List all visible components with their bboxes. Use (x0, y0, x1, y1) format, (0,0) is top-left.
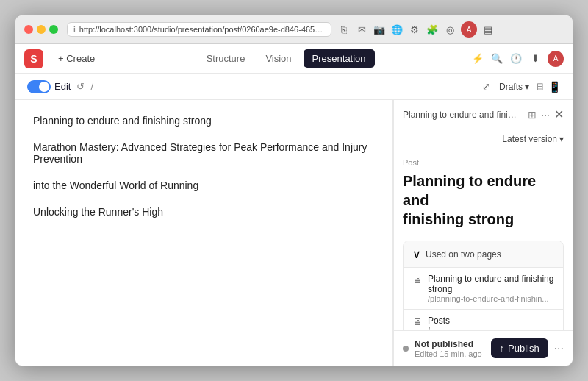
user-avatar-toolbar[interactable]: A (548, 51, 564, 67)
tab-vision[interactable]: Vision (257, 49, 300, 68)
close-panel-icon[interactable]: ✕ (554, 107, 564, 121)
create-button[interactable]: + Create (52, 50, 101, 67)
version-button[interactable]: Latest version ▾ (502, 134, 564, 144)
user-avatar[interactable]: A (461, 21, 477, 38)
mail-icon[interactable]: ✉ (355, 23, 368, 36)
used-on-header[interactable]: ∨ Used on two pages (404, 241, 563, 268)
browser-actions: ⎘ ✉ 📷 🌐 ⚙ 🧩 ◎ A ▤ (337, 21, 495, 38)
editor-area: Planning to endure and finishing strong … (15, 100, 393, 366)
used-on-item-name-2: Posts (428, 316, 450, 326)
globe-icon[interactable]: 🌐 (390, 23, 404, 36)
edit-toggle[interactable] (27, 80, 51, 93)
used-on-label: Used on two pages (426, 249, 501, 260)
sidebar-icon[interactable]: ▤ (481, 23, 495, 36)
address-bar[interactable]: i http://localhost:3000/studio/presentat… (67, 22, 331, 37)
refresh-icon[interactable]: ↺ (76, 81, 85, 92)
used-on-chevron: ∨ (412, 247, 421, 261)
settings-icon[interactable]: ⚙ (408, 23, 421, 36)
drafts-button[interactable]: Drafts ▾ (499, 82, 529, 92)
post-heading: Planning to endure and finishing strong (403, 171, 564, 229)
panel-footer: Not published Edited 15 min. ago ↑ Publi… (394, 330, 573, 366)
drafts-chevron: ▾ (525, 82, 529, 92)
minimize-window-button[interactable] (37, 25, 46, 34)
publish-label: Publish (508, 343, 539, 354)
publish-status-info: Not published Edited 15 min. ago (415, 339, 485, 358)
desktop-icon[interactable]: 🖥 (535, 81, 545, 93)
browser-chrome: i http://localhost:3000/studio/presentat… (15, 15, 573, 44)
maximize-window-button[interactable] (49, 25, 58, 34)
used-on-item-name-1: Planning to endure and finishing strong (428, 274, 554, 294)
monitor-icon-1: 🖥 (412, 274, 422, 285)
edited-label: Edited 15 min. ago (415, 349, 485, 358)
tab-structure[interactable]: Structure (198, 49, 254, 68)
profile-icon[interactable]: ◎ (443, 23, 456, 36)
create-label: + Create (58, 53, 95, 64)
download-icon[interactable]: ⬇ (528, 52, 542, 65)
status-dot (403, 346, 409, 352)
version-chevron: ▾ (559, 134, 564, 144)
url-text: http://localhost:3000/studio/presentatio… (79, 25, 325, 34)
panel-header: Planning to endure and finishi... ⊞ ··· … (394, 100, 573, 129)
monitor-icon-2: 🖥 (412, 316, 422, 327)
post-runner[interactable]: Unlocking the Runner's High (33, 206, 375, 218)
drafts-label: Drafts (499, 82, 523, 92)
info-icon: i (74, 26, 76, 34)
clock-icon[interactable]: 🕐 (509, 52, 523, 65)
used-on-item-content-2: Posts / (428, 316, 450, 330)
used-on-item-1[interactable]: 🖥 Planning to endure and finishing stron… (404, 268, 563, 310)
external-link-icon[interactable]: ⤢ (480, 80, 493, 93)
used-on-section: ∨ Used on two pages 🖥 Planning to endure… (403, 241, 564, 330)
right-panel: Planning to endure and finishi... ⊞ ··· … (393, 100, 573, 366)
publish-button[interactable]: ↑ Publish (491, 338, 548, 358)
app-toolbar: S + Create Structure Vision Presentation… (15, 44, 573, 74)
panel-header-icons: ⊞ ··· ✕ (528, 107, 564, 121)
post-title[interactable]: Planning to endure and finishing strong (33, 115, 375, 127)
version-bar: Latest version ▾ (394, 129, 573, 149)
lightning-icon[interactable]: ⚡ (471, 52, 484, 65)
post-heading-line1: Planning to endure and (403, 173, 536, 208)
version-label: Latest version (502, 134, 557, 144)
nav-tabs: Structure Vision Presentation (110, 49, 462, 68)
used-on-item-path-1: /planning-to-endure-and-finishin... (428, 294, 554, 303)
device-icons: 🖥 📱 (535, 81, 561, 93)
upload-icon: ↑ (500, 343, 505, 354)
share-icon[interactable]: ⎘ (337, 23, 351, 36)
logo-badge: S (24, 49, 43, 68)
edit-label: Edit (54, 81, 71, 92)
main-content: Planning to endure and finishing strong … (15, 100, 573, 366)
post-heading-line2: finishing strong (403, 211, 514, 227)
toggle-edit: Edit (27, 80, 71, 93)
search-icon[interactable]: 🔍 (490, 52, 503, 65)
traffic-lights (24, 25, 58, 34)
used-on-item-2[interactable]: 🖥 Posts / (404, 310, 563, 330)
app-window: i http://localhost:3000/studio/presentat… (15, 15, 573, 366)
status-label: Not published (415, 339, 485, 349)
panel-title: Planning to endure and finishi... (403, 110, 520, 120)
footer-more-button[interactable]: ··· (554, 342, 564, 355)
post-subtitle[interactable]: Marathon Mastery: Advanced Strategies fo… (33, 141, 375, 165)
more-icon[interactable]: ··· (541, 109, 550, 121)
breadcrumb: / (90, 81, 93, 92)
mobile-icon[interactable]: 📱 (548, 81, 561, 93)
close-window-button[interactable] (24, 25, 33, 34)
panel-body: Post Planning to endure and finishing st… (394, 149, 573, 330)
editor-toolbar: Edit ↺ / ⤢ Drafts ▾ 🖥 📱 (15, 74, 573, 100)
used-on-item-content-1: Planning to endure and finishing strong … (428, 274, 554, 303)
post-intro[interactable]: into the Wonderful World of Running (33, 179, 375, 191)
grid-icon[interactable]: ⊞ (528, 109, 537, 121)
toolbar-actions: ⚡ 🔍 🕐 ⬇ A (471, 51, 564, 67)
post-type-label: Post (403, 158, 564, 167)
extensions-icon[interactable]: 🧩 (426, 23, 439, 36)
camera-icon[interactable]: 📷 (373, 23, 386, 36)
tab-presentation[interactable]: Presentation (304, 49, 375, 68)
